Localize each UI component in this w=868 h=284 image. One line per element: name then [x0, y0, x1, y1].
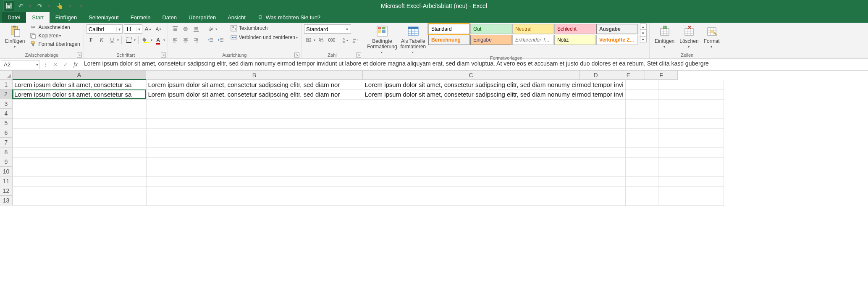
cell-C7[interactable]: [363, 138, 625, 147]
cell-E11[interactable]: [658, 176, 691, 186]
cell-A9[interactable]: [13, 157, 146, 167]
font-size-input[interactable]: [124, 26, 136, 32]
insert-function-icon[interactable]: fx: [71, 60, 81, 69]
cell-D8[interactable]: [625, 147, 658, 157]
increase-indent-icon[interactable]: [216, 35, 226, 45]
font-size-dropdown-icon[interactable]: ▾: [136, 27, 142, 32]
cell-A6[interactable]: [13, 128, 146, 138]
cell-area[interactable]: Lorem ipsum dolor sit amet, consetetur s…: [13, 80, 724, 206]
cell-C11[interactable]: [363, 176, 625, 186]
cell-C8[interactable]: [363, 147, 625, 157]
cell-B6[interactable]: [146, 128, 363, 138]
align-bottom-icon[interactable]: [191, 24, 201, 34]
cell-B10[interactable]: [146, 167, 363, 176]
column-header-C[interactable]: C: [363, 71, 580, 80]
cell-D12[interactable]: [625, 186, 658, 196]
undo-dropdown-icon[interactable]: ▾: [27, 3, 33, 9]
cell-F6[interactable]: [691, 128, 724, 138]
cell-D4[interactable]: [625, 109, 658, 118]
cell-F10[interactable]: [691, 167, 724, 176]
cell-D6[interactable]: [625, 128, 658, 138]
cell-C13[interactable]: [363, 196, 625, 205]
cell-E10[interactable]: [658, 167, 691, 176]
cell-A1[interactable]: Lorem ipsum dolor sit amet, consetetur s…: [13, 80, 146, 89]
copy-button[interactable]: Kopieren ▾: [29, 32, 81, 39]
cell-D5[interactable]: [625, 118, 658, 128]
clipboard-launcher-icon[interactable]: ↘: [77, 53, 82, 58]
cell-E9[interactable]: [658, 157, 691, 167]
borders-dropdown-icon[interactable]: ▾: [134, 38, 136, 42]
style-cell-schlecht[interactable]: Schlecht: [554, 24, 595, 34]
row-header-7[interactable]: 7: [0, 138, 13, 147]
row-header-11[interactable]: 11: [0, 176, 13, 186]
redo-icon[interactable]: ↷: [36, 3, 44, 9]
format-painter-button[interactable]: Format übertragen: [29, 40, 81, 48]
tab-page-layout[interactable]: Seitenlayout: [83, 12, 125, 23]
cell-F3[interactable]: [691, 99, 724, 109]
bold-button[interactable]: F: [87, 35, 96, 45]
fill-color-dropdown-icon[interactable]: ▾: [151, 38, 152, 42]
cell-D13[interactable]: [625, 196, 658, 205]
tab-view[interactable]: Ansicht: [222, 12, 252, 23]
cell-C6[interactable]: [363, 128, 625, 138]
cell-B1[interactable]: Lorem ipsum dolor sit amet, consetetur s…: [146, 80, 363, 89]
borders-button[interactable]: [124, 35, 134, 45]
cell-D9[interactable]: [625, 157, 658, 167]
cell-E3[interactable]: [658, 99, 691, 109]
column-header-F[interactable]: F: [645, 71, 678, 80]
decrease-decimal-icon[interactable]: .00.0: [351, 35, 360, 45]
alignment-launcher-icon[interactable]: ↘: [294, 53, 299, 58]
accounting-dropdown-icon[interactable]: ▾: [314, 38, 315, 42]
copy-dropdown-icon[interactable]: ▾: [59, 34, 61, 38]
cell-D10[interactable]: [625, 167, 658, 176]
column-header-D[interactable]: D: [580, 71, 612, 80]
qat-customize-icon[interactable]: ▾: [78, 3, 84, 9]
cell-C3[interactable]: [363, 99, 625, 109]
cell-A4[interactable]: [13, 109, 146, 118]
font-launcher-icon[interactable]: ↘: [161, 53, 166, 58]
cell-D1[interactable]: [625, 80, 658, 89]
percent-icon[interactable]: %: [317, 35, 326, 45]
formula-enter-icon[interactable]: ✓: [60, 60, 71, 69]
style-cell-verkn-pfte-z-[interactable]: Verknüpfte Z...: [596, 35, 637, 45]
style-cell-eingabe[interactable]: Eingabe: [470, 35, 511, 45]
column-header-E[interactable]: E: [612, 71, 645, 80]
cell-C1[interactable]: Lorem ipsum dolor sit amet, consetetur s…: [363, 80, 625, 89]
tab-start[interactable]: Start: [26, 12, 49, 23]
row-header-9[interactable]: 9: [0, 157, 13, 167]
cell-A7[interactable]: [13, 138, 146, 147]
cell-B4[interactable]: [146, 109, 363, 118]
format-cells-button[interactable]: Format▾: [701, 24, 722, 50]
row-header-6[interactable]: 6: [0, 128, 13, 138]
cell-F9[interactable]: [691, 157, 724, 167]
cell-A5[interactable]: [13, 118, 146, 128]
cell-F5[interactable]: [691, 118, 724, 128]
row-header-10[interactable]: 10: [0, 167, 13, 176]
font-color-button[interactable]: A: [154, 35, 163, 45]
tab-file[interactable]: Datei: [2, 12, 26, 23]
style-cell-gut[interactable]: Gut: [470, 24, 511, 34]
save-icon[interactable]: [3, 0, 14, 11]
column-header-A[interactable]: A: [13, 71, 146, 80]
tab-insert[interactable]: Einfügen: [50, 12, 83, 23]
paste-dropdown-icon[interactable]: ▾: [14, 45, 16, 49]
cell-C5[interactable]: [363, 118, 625, 128]
shrink-font-icon[interactable]: A▼: [154, 24, 163, 34]
cell-B3[interactable]: [146, 99, 363, 109]
orientation-dropdown-icon[interactable]: ▾: [215, 27, 217, 31]
styles-scroll-up-icon[interactable]: ▴: [640, 24, 647, 30]
cell-F11[interactable]: [691, 176, 724, 186]
style-cell-standard[interactable]: Standard: [428, 24, 469, 34]
cell-E4[interactable]: [658, 109, 691, 118]
merge-dropdown-icon[interactable]: ▾: [296, 36, 298, 39]
number-format-dropdown-icon[interactable]: ▾: [344, 27, 350, 32]
wrap-text-button[interactable]: abc Textumbruch: [230, 24, 299, 32]
increase-decimal-icon[interactable]: .0.00: [341, 35, 350, 45]
cell-E7[interactable]: [658, 138, 691, 147]
cell-D2[interactable]: [625, 89, 658, 99]
style-cell-neutral[interactable]: Neutral: [512, 24, 553, 34]
select-all-corner[interactable]: [0, 71, 13, 80]
cell-E6[interactable]: [658, 128, 691, 138]
cell-D3[interactable]: [625, 99, 658, 109]
cell-B7[interactable]: [146, 138, 363, 147]
